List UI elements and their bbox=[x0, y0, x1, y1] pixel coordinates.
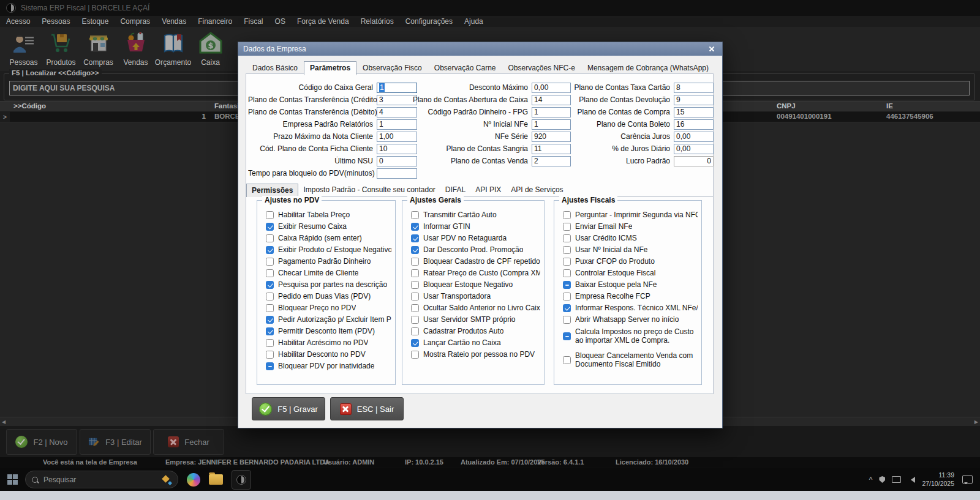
toolbar-produtos-button[interactable]: Produtos bbox=[42, 27, 80, 67]
plano-devolucao-input[interactable]: 9 bbox=[674, 95, 714, 105]
plano-conta-boleto-input[interactable]: 16 bbox=[674, 119, 714, 130]
subtab-api-pix[interactable]: API PIX bbox=[470, 184, 506, 196]
checkbox-row[interactable]: Caixa Rápido (sem enter) bbox=[266, 234, 391, 242]
menu-item-pessoas[interactable]: Pessoas bbox=[42, 17, 70, 26]
checkbox-row[interactable]: Pedido em Duas Vias (PDV) bbox=[266, 293, 391, 300]
plano-compra-input[interactable]: 15 bbox=[674, 107, 714, 118]
menu-item-configuracoes[interactable]: Configurações bbox=[405, 17, 453, 26]
checkbox[interactable] bbox=[411, 281, 419, 289]
checkbox-row[interactable]: Usar Nº Inicial da NFe bbox=[563, 246, 698, 254]
scroll-left-icon[interactable]: ◀ bbox=[2, 419, 6, 425]
checkbox-row[interactable]: Habilitar Desconto no PDV bbox=[266, 351, 391, 359]
checkbox[interactable] bbox=[266, 246, 274, 254]
checkbox-row[interactable]: Bloquear Cancelamento Venda com Document… bbox=[563, 351, 698, 368]
menu-item-estoque[interactable]: Estoque bbox=[81, 17, 108, 26]
checkbox-row[interactable]: Dar Desconto Prod. Promoção bbox=[411, 246, 540, 254]
tab-observacao-fisco[interactable]: Observação Fisco bbox=[356, 61, 428, 75]
checkbox[interactable] bbox=[411, 269, 419, 277]
checkbox-row[interactable]: Pagamento Padrão Dinheiro bbox=[266, 258, 391, 266]
checkbox[interactable] bbox=[266, 269, 274, 277]
checkbox-row[interactable]: Ratear Preço de Custo (Compra XML) bbox=[411, 269, 540, 277]
column-header-ie[interactable]: IE bbox=[886, 102, 893, 110]
checkbox-row[interactable]: Cadastrar Produtos Auto bbox=[411, 327, 540, 335]
checkbox-row[interactable]: Controlar Estoque Fiscal bbox=[563, 269, 698, 277]
novo-button[interactable]: F2 | Novo bbox=[6, 429, 77, 455]
checkbox[interactable] bbox=[563, 356, 571, 364]
checkbox-row[interactable]: Usar Transportadora bbox=[411, 293, 540, 300]
toolbar-compras-button[interactable]: Compras bbox=[80, 27, 117, 67]
tempo-bloqueio-pdv-input[interactable] bbox=[377, 168, 417, 179]
browser-icon[interactable] bbox=[187, 473, 200, 487]
checkbox[interactable] bbox=[266, 351, 274, 359]
subtab-api-servicos[interactable]: API de Serviços bbox=[506, 184, 568, 196]
subtab-permissoes[interactable]: Permissões bbox=[246, 184, 298, 197]
checkbox-row[interactable]: Enviar Email NFe bbox=[563, 223, 698, 231]
menu-item-os[interactable]: OS bbox=[275, 17, 285, 26]
checkbox-row[interactable]: Permitir Desconto Item (PDV) bbox=[266, 327, 391, 335]
plano-taxa-cartao-input[interactable]: 8 bbox=[674, 83, 714, 93]
checkbox[interactable] bbox=[563, 246, 571, 254]
menu-item-acesso[interactable]: Acesso bbox=[6, 17, 30, 26]
menu-item-forca-de-venda[interactable]: Força de Venda bbox=[297, 17, 349, 26]
checkbox-row[interactable]: Puxar CFOP do Produto bbox=[563, 258, 698, 266]
carencia-juros-input[interactable]: 0,00 bbox=[674, 132, 714, 142]
checkbox[interactable] bbox=[563, 234, 571, 242]
checkbox-row[interactable]: Mostra Rateio por pessoa no PDV bbox=[411, 351, 540, 359]
checkbox[interactable] bbox=[563, 211, 571, 219]
checkbox[interactable] bbox=[266, 258, 274, 266]
checkbox[interactable] bbox=[411, 304, 419, 312]
checkbox[interactable] bbox=[411, 327, 419, 335]
dialog-close-icon[interactable] bbox=[705, 43, 718, 54]
checkbox[interactable] bbox=[411, 211, 419, 219]
menu-item-fiscal[interactable]: Fiscal bbox=[244, 17, 263, 26]
checkbox-row[interactable]: Pedir Autorização p/ Excluir Item PDV bbox=[266, 316, 391, 324]
checkbox[interactable] bbox=[563, 223, 571, 231]
dialog-titlebar[interactable]: Dados da Empresa bbox=[238, 42, 722, 56]
toolbar-orcamento-button[interactable]: Orçamento bbox=[154, 27, 192, 67]
checkbox-row[interactable]: Abrir Whatsapp Server no início bbox=[563, 316, 698, 324]
taskbar-clock[interactable]: 11:39 27/10/2025 bbox=[922, 471, 954, 487]
checkbox[interactable] bbox=[266, 304, 274, 312]
checkbox[interactable] bbox=[266, 316, 274, 324]
checkbox[interactable] bbox=[411, 339, 419, 347]
tab-observacao-carne[interactable]: Observação Carne bbox=[428, 61, 502, 75]
checkbox-row[interactable]: Bloquear Preço no PDV bbox=[266, 304, 391, 312]
checkbox-row[interactable]: Baixar Estoque pela NFe bbox=[563, 281, 698, 289]
checkbox[interactable] bbox=[266, 362, 274, 370]
subtab-difal[interactable]: DIFAL bbox=[440, 184, 470, 196]
checkbox[interactable] bbox=[411, 223, 419, 231]
notification-icon[interactable] bbox=[962, 475, 973, 484]
checkbox[interactable] bbox=[563, 332, 571, 340]
checkbox-row[interactable]: Lançar Cartão no Caixa bbox=[411, 339, 540, 347]
erp-app-taskbar-icon[interactable] bbox=[232, 470, 251, 490]
checkbox[interactable] bbox=[563, 316, 571, 324]
checkbox[interactable] bbox=[266, 281, 274, 289]
tab-parametros[interactable]: Parâmetros bbox=[304, 61, 356, 75]
checkbox-row[interactable]: Habilitar Tabela Preço bbox=[266, 211, 391, 219]
menu-item-financeiro[interactable]: Financeiro bbox=[198, 17, 232, 26]
toolbar-pessoas-button[interactable]: Pessoas bbox=[5, 27, 42, 67]
editar-button[interactable]: F3 | Editar bbox=[80, 429, 151, 455]
checkbox[interactable] bbox=[266, 211, 274, 219]
checkbox[interactable] bbox=[266, 293, 274, 300]
taskbar-search[interactable]: Pesquisar bbox=[25, 471, 178, 488]
checkbox-row[interactable]: Checar Limite de Cliente bbox=[266, 269, 391, 277]
tab-mensagem-cobranca[interactable]: Mensagem de Cobrança (WhatsApp) bbox=[581, 61, 715, 75]
checkbox[interactable] bbox=[411, 351, 419, 359]
checkbox[interactable] bbox=[411, 246, 419, 254]
juros-diario-input[interactable]: 0,00 bbox=[674, 144, 714, 154]
checkbox-row[interactable]: Usar Crédito ICMS bbox=[563, 234, 698, 242]
checkbox-row[interactable]: Perguntar - Imprimir Segunda via NFC-e bbox=[563, 211, 698, 219]
checkbox-row[interactable]: Habilitar Acréscimo no PDV bbox=[266, 339, 391, 347]
fechar-button[interactable]: Fechar bbox=[153, 429, 224, 455]
checkbox[interactable] bbox=[411, 234, 419, 242]
gravar-button[interactable]: F5 | Gravar bbox=[252, 397, 325, 420]
checkbox[interactable] bbox=[411, 293, 419, 300]
scroll-right-icon[interactable]: ▶ bbox=[974, 419, 978, 425]
checkbox-row[interactable]: Bloquear Estoque Negativo bbox=[411, 281, 540, 289]
lucro-padrao-input[interactable]: 0 bbox=[674, 156, 714, 166]
subtab-imposto-padrao[interactable]: Imposto Padrão - Consulte seu contador bbox=[298, 184, 440, 196]
checkbox-row[interactable]: Pesquisa por partes na descrição bbox=[266, 281, 391, 289]
file-explorer-icon[interactable] bbox=[209, 474, 223, 485]
checkbox-row[interactable]: Bloquear PDV por inatividade bbox=[266, 362, 391, 370]
